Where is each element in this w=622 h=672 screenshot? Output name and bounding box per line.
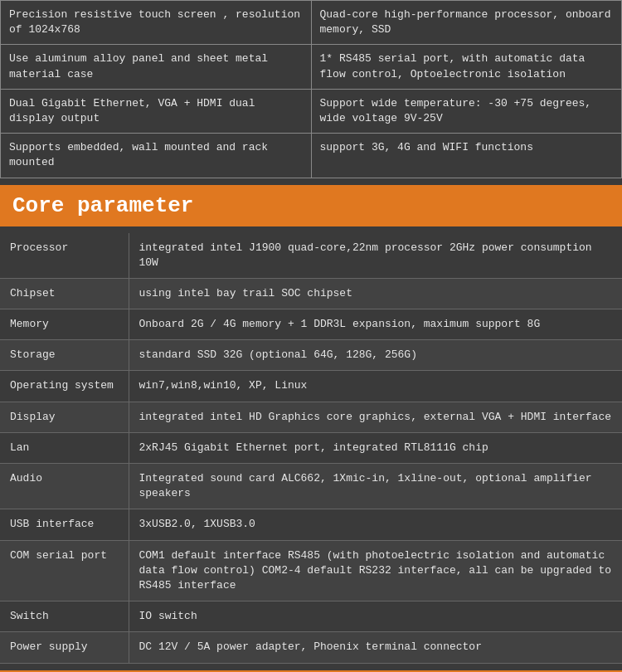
spec-cell: support 3G, 4G and WIFI functions bbox=[311, 134, 622, 178]
spec-cell: Dual Gigabit Ethernet, VGA + HDMI dual d… bbox=[1, 89, 312, 133]
spec-cell: 1* RS485 serial port, with automatic dat… bbox=[311, 45, 622, 89]
param-label: Lan bbox=[0, 432, 129, 463]
param-label: Switch bbox=[0, 601, 129, 632]
param-value: Integrated sound card ALC662, 1Xmic-in, … bbox=[129, 464, 622, 509]
param-label: Operating system bbox=[0, 371, 129, 402]
core-parameter-heading: Core parameter bbox=[0, 185, 622, 226]
param-value: standard SSD 32G (optional 64G, 128G, 25… bbox=[129, 340, 622, 371]
param-value: COM1 default interface RS485 (with photo… bbox=[129, 540, 622, 601]
spec-cell: Support wide temperature: -30 +75 degree… bbox=[311, 89, 622, 133]
param-label: Audio bbox=[0, 464, 129, 509]
spec-cell: Use aluminum alloy panel and sheet metal… bbox=[1, 45, 312, 89]
param-table: Processorintegrated intel J1900 quad-cor… bbox=[0, 233, 622, 664]
core-parameter-section: Core parameter Processorintegrated intel… bbox=[0, 178, 622, 664]
param-value: Onboard 2G / 4G memory + 1 DDR3L expansi… bbox=[129, 309, 622, 340]
param-label: Display bbox=[0, 402, 129, 432]
specs-table: Precision resistive touch screen , resol… bbox=[0, 0, 622, 178]
param-value: integrated intel HD Graphics core graphi… bbox=[129, 402, 622, 432]
param-label: Power supply bbox=[0, 632, 129, 663]
param-label: USB interface bbox=[0, 509, 129, 540]
spec-cell: Supports embedded, wall mounted and rack… bbox=[1, 134, 312, 178]
param-label: COM serial port bbox=[0, 540, 129, 601]
param-value: DC 12V / 5A power adapter, Phoenix termi… bbox=[129, 632, 622, 663]
param-label: Storage bbox=[0, 340, 129, 371]
param-value: win7,win8,win10, XP, Linux bbox=[129, 371, 622, 402]
param-value: 2xRJ45 Gigabit Ethernet port, integrated… bbox=[129, 432, 622, 463]
spec-cell: Precision resistive touch screen , resol… bbox=[1, 1, 312, 45]
param-label: Memory bbox=[0, 309, 129, 340]
param-value: IO switch bbox=[129, 601, 622, 632]
param-label: Chipset bbox=[0, 278, 129, 309]
param-value: 3xUSB2.0, 1XUSB3.0 bbox=[129, 509, 622, 540]
param-label: Processor bbox=[0, 233, 129, 279]
spec-cell: Quad-core high-performance processor, on… bbox=[311, 1, 622, 45]
param-value: integrated intel J1900 quad-core,22nm pr… bbox=[129, 233, 622, 279]
param-value: using intel bay trail SOC chipset bbox=[129, 278, 622, 309]
